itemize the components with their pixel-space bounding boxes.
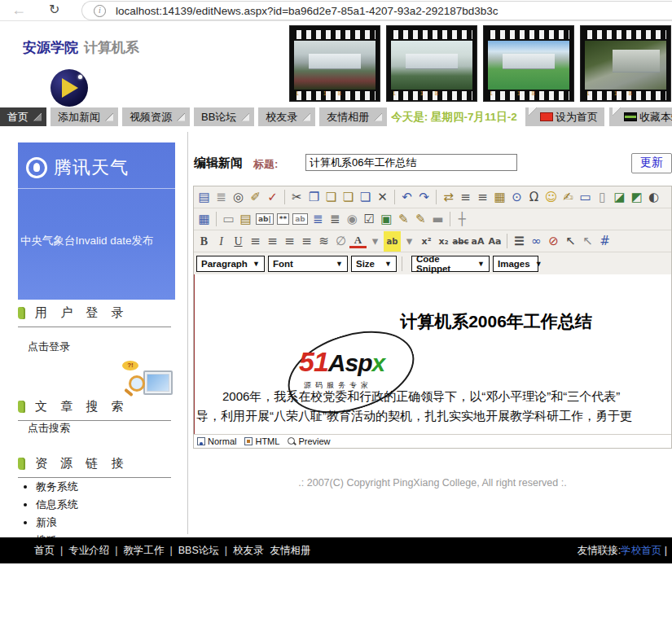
spell-check-icon[interactable]: ✓ — [264, 187, 281, 208]
undo-icon[interactable]: ↶ — [398, 187, 415, 208]
print-preview-icon[interactable]: ◎ — [230, 187, 247, 208]
format-painter-icon[interactable]: ✐ — [247, 187, 264, 208]
footer-link-bbs[interactable]: BBS论坛 — [178, 544, 233, 558]
justify-icon[interactable]: ≡ — [298, 231, 315, 252]
textarea-icon[interactable]: ab — [292, 213, 308, 225]
editor-canvas[interactable]: 计算机系2006年工作总结 51Aspx 源码服务专家 2006年，我系在校党委… — [194, 274, 671, 434]
textbox-icon[interactable]: ab| — [256, 213, 274, 225]
show-grid-icon[interactable]: # — [596, 231, 613, 252]
underline-icon[interactable]: U — [230, 231, 247, 252]
eraser-icon[interactable]: ∅ — [332, 231, 349, 252]
uppercase-icon[interactable]: aA — [469, 231, 486, 252]
remove-link-icon[interactable]: ⊘ — [545, 231, 562, 252]
image-button-icon[interactable]: ▣ — [378, 209, 395, 230]
mode-tab-html[interactable]: HTML — [244, 436, 279, 446]
nav-tab-video[interactable]: 视频资源 — [122, 107, 190, 126]
login-link[interactable]: 点击登录 — [28, 340, 70, 354]
edit-pencil-icon[interactable]: ✎ — [395, 209, 412, 230]
nav-tab-add-news[interactable]: 添加新闻 — [51, 107, 118, 126]
align-left-icon[interactable]: ≡ — [247, 231, 264, 252]
search-link[interactable]: 点击搜索 — [28, 421, 70, 436]
select-area-icon[interactable]: ▭ — [577, 187, 594, 208]
select-add-icon[interactable]: ↖ — [562, 231, 579, 252]
mode-tab-normal[interactable]: Normal — [197, 436, 236, 446]
placeholder-box-icon[interactable]: ▯ — [594, 187, 611, 208]
insert-emoticon-icon[interactable]: ☺ — [542, 187, 560, 208]
insert-date-icon[interactable]: ▦ — [491, 187, 508, 208]
partner-link[interactable]: 学校首页 — [621, 545, 661, 556]
edit-pencil-alt-icon[interactable]: ✎ — [412, 209, 429, 230]
translate-icon[interactable]: ⇄ — [440, 187, 457, 208]
add-favorite-button[interactable]: 收藏本站 — [609, 107, 672, 126]
code-snippet-dropdown[interactable]: Code Snippet▼ — [411, 256, 490, 272]
info-icon[interactable]: i — [94, 5, 106, 17]
resource-link-xxxt[interactable]: 信息系统 — [36, 497, 78, 512]
nav-tab-bbs[interactable]: BB论坛 — [194, 107, 254, 126]
size-dropdown[interactable]: Size▼ — [351, 256, 397, 272]
bold-icon[interactable]: B — [195, 231, 213, 252]
url-text[interactable]: localhost:14139/editNews.aspx?id=ba96d2e… — [116, 5, 499, 17]
copy-icon[interactable]: ❐ — [305, 187, 323, 208]
superscript-icon[interactable]: x² — [418, 231, 435, 252]
form-grid-icon[interactable]: ▤ — [237, 209, 254, 230]
indent-hanging-icon[interactable]: ≡ — [474, 187, 491, 208]
footer-link-major[interactable]: 专业介绍 — [68, 544, 123, 558]
delete-icon[interactable]: ✕ — [374, 187, 391, 208]
lowercase-icon[interactable]: Aa — [486, 231, 503, 252]
images-dropdown[interactable]: Images▼ — [493, 256, 538, 272]
push-button-icon[interactable]: ▬ — [429, 209, 446, 230]
footer-link-album[interactable]: 友情相册 — [270, 544, 311, 558]
radio-button-icon[interactable]: ◉ — [344, 209, 361, 230]
resource-link-jwxt[interactable]: 教务系统 — [36, 480, 78, 494]
dropdown-list-icon[interactable]: ≣ — [310, 209, 327, 230]
media-icon[interactable]: ◐ — [645, 187, 662, 208]
italic-icon[interactable]: I — [213, 231, 230, 252]
indent-first-line-icon[interactable]: ≡ — [457, 187, 474, 208]
select-remove-icon[interactable]: ↖ — [579, 231, 596, 252]
highlight-icon[interactable]: ab — [384, 231, 401, 252]
print-icon[interactable]: ≣ — [213, 187, 230, 208]
subscript-icon[interactable]: x₂ — [435, 231, 452, 252]
cut-icon[interactable]: ✂ — [288, 187, 305, 208]
font-color-chevron-icon[interactable]: ▾ — [367, 231, 384, 252]
remove-alignment-icon[interactable]: ≋ — [315, 231, 332, 252]
back-icon[interactable]: ← — [11, 2, 26, 19]
nav-tab-album[interactable]: 友情相册 — [319, 107, 387, 126]
crosshair-icon[interactable]: ┼ — [454, 209, 471, 230]
resource-link-sina[interactable]: 新浪 — [36, 515, 78, 530]
redo-icon[interactable]: ↷ — [415, 187, 433, 208]
nav-tab-alumni[interactable]: 校友录 — [258, 107, 315, 126]
paste-icon[interactable]: ❏ — [323, 187, 340, 208]
footer-link-alumni[interactable]: 校友录 — [233, 544, 270, 558]
insert-image-icon[interactable]: ◪ — [611, 187, 628, 208]
font-color-icon[interactable]: A — [349, 234, 367, 248]
horizontal-rule-icon[interactable]: ☰ — [511, 231, 528, 252]
news-title-input[interactable] — [305, 154, 517, 171]
address-bar[interactable]: i localhost:14139/editNews.aspx?id=ba96d… — [81, 1, 672, 20]
password-field-icon[interactable]: ** — [277, 213, 289, 225]
update-button[interactable]: 更新 — [631, 153, 672, 173]
align-center-icon[interactable]: ≡ — [264, 231, 281, 252]
fieldset-icon[interactable]: ▭ — [220, 209, 237, 230]
highlight-chevron-icon[interactable]: ▾ — [401, 231, 418, 252]
checkbox-icon[interactable]: ☑ — [361, 209, 378, 230]
list-box-icon[interactable]: ≣ — [327, 209, 344, 230]
mode-tab-preview[interactable]: Preview — [288, 436, 330, 446]
insert-link-icon[interactable]: ∞ — [528, 231, 545, 252]
align-right-icon[interactable]: ≡ — [281, 231, 298, 252]
insert-table-icon[interactable]: ▦ — [195, 209, 213, 230]
paste-text-icon[interactable]: ❏ — [340, 187, 357, 208]
insert-time-icon[interactable]: ⊙ — [508, 187, 525, 208]
font-dropdown[interactable]: Font▼ — [268, 256, 348, 272]
paste-word-icon[interactable]: ❏ — [357, 187, 374, 208]
refresh-icon[interactable]: ↻ — [49, 2, 59, 17]
footer-link-teaching[interactable]: 教学工作 — [124, 544, 178, 558]
footer-link-home[interactable]: 首页 — [34, 544, 68, 558]
nav-tab-home[interactable]: 首页 — [0, 107, 46, 126]
strikethrough-icon[interactable]: abc — [452, 231, 469, 252]
edit-image-icon[interactable]: ◩ — [628, 187, 645, 208]
save-icon[interactable]: ▤ — [195, 187, 213, 208]
insert-symbol-icon[interactable]: Ω — [525, 187, 542, 208]
paragraph-dropdown[interactable]: Paragraph▼ — [196, 256, 265, 272]
ime-icon[interactable]: ✍ — [560, 187, 577, 208]
